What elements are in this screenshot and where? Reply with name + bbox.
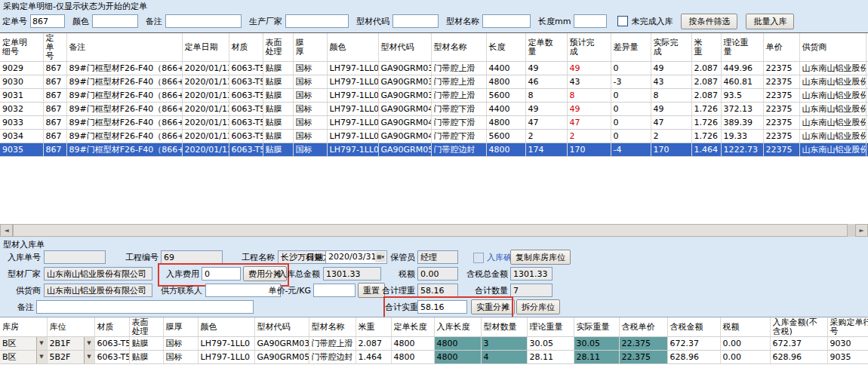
cell: 山东南山铝业股份有限公司 xyxy=(799,89,866,103)
filter-input-1[interactable] xyxy=(92,14,138,28)
tax-input[interactable] xyxy=(417,267,458,281)
keeper-input[interactable] xyxy=(417,250,458,264)
cell: 4400 xyxy=(486,62,525,75)
label-keeper: 保管员 xyxy=(388,252,415,263)
cell: 2020/01/13 xyxy=(182,116,229,130)
column-header: 材质 xyxy=(94,317,129,337)
cell: 46 xyxy=(525,75,567,89)
scroll-left-button[interactable]: ◄ xyxy=(0,224,13,237)
filter-input-2[interactable] xyxy=(165,14,242,28)
cell: GA90GRM05 xyxy=(378,143,431,157)
supplier-input[interactable] xyxy=(44,284,152,297)
dropdown-arrow-icon[interactable]: ▼ xyxy=(84,337,94,350)
total-qty-input[interactable] xyxy=(510,284,553,297)
table-row[interactable]: 903486789#门框型材F26-F40（866+867）2020/01/13… xyxy=(0,130,868,143)
cell: LH797-1LL0 xyxy=(198,337,254,351)
cell: 47 xyxy=(651,116,691,130)
cell: 628.96 xyxy=(667,351,720,364)
cell: 170 xyxy=(651,143,691,157)
column-header: 理论重 量 xyxy=(721,33,763,62)
date-picker[interactable]: 2020/03/31 ▦▾ xyxy=(325,250,387,264)
cell: 4800 xyxy=(391,351,434,364)
dropdown-arrow-icon[interactable]: ▼ xyxy=(36,351,47,363)
table-row[interactable]: 903386789#门框型材F26-F40（866+867）2020/01/13… xyxy=(0,116,868,130)
cell: 460.81 xyxy=(721,75,763,89)
table-row[interactable]: B区▼5B2F▼6063-T5贴膜国标LH797-1LL0GA90GRM05门带… xyxy=(0,351,868,364)
cell: 867 xyxy=(43,143,66,157)
column-header: 预计完 成 xyxy=(567,33,611,62)
cell: 867 xyxy=(43,130,66,143)
cell: 2 xyxy=(525,130,567,143)
app-window: 采购定单明细-仅显示状态为开始的定单 定单号颜色备注生产厂家型材代码型材名称长度… xyxy=(0,0,868,371)
cell: 4800 xyxy=(486,143,525,157)
cell: 170 xyxy=(567,143,611,157)
calendar-dropdown-icon[interactable]: ▦▾ xyxy=(375,252,386,262)
ruku-no-input[interactable] xyxy=(44,250,106,264)
filter-label-2: 备注 xyxy=(146,16,162,27)
unfinished-checkbox[interactable]: 未完成入库 xyxy=(617,16,673,27)
label-remark: 备注 xyxy=(12,302,34,313)
dropdown-arrow-icon[interactable]: ▼ xyxy=(36,337,47,350)
filter-input-0[interactable] xyxy=(30,14,65,28)
column-header: 实际重量 xyxy=(574,317,619,337)
table-row[interactable]: 903286789#门框型材F26-F40（866+867）2020/01/13… xyxy=(0,103,868,116)
cell: 国标 xyxy=(293,103,327,116)
cell: 门带腔下滑 xyxy=(431,130,486,143)
combo-value: B区 xyxy=(0,351,19,363)
cell: 47 xyxy=(525,116,567,130)
total-actual-input[interactable] xyxy=(417,300,467,314)
split-location-button[interactable]: 拆分库位 xyxy=(516,299,560,314)
cell: 2.087 xyxy=(691,89,721,103)
cell: LH797-1LL0 xyxy=(327,130,378,143)
table-row[interactable]: 903086789#门框型材F26-F40（866+867）2020/01/13… xyxy=(0,75,868,89)
table-row[interactable]: 903586789#门框型材F26-F40（866+867）2020/01/13… xyxy=(0,143,868,157)
proj-no-input[interactable] xyxy=(161,250,223,264)
label-date: 日期 xyxy=(300,252,323,263)
cell: 9035 xyxy=(827,351,868,364)
dropdown-arrow-icon[interactable]: ▼ xyxy=(84,351,94,363)
copy-warehouse-location-button[interactable]: 复制库房库位 xyxy=(510,250,571,265)
vendor-input[interactable] xyxy=(44,267,152,281)
cell: 门带腔上滑 xyxy=(431,89,486,103)
total-with-tax-input[interactable] xyxy=(510,267,553,281)
table-row[interactable]: 903186789#门框型材F26-F40（866+867）2020/01/13… xyxy=(0,89,868,103)
combo-cell[interactable]: 2B1F▼ xyxy=(47,337,94,351)
label-contact: 供方联系人 xyxy=(157,285,202,296)
combo-cell[interactable]: B区▼ xyxy=(0,351,47,364)
scrollbar-thumb[interactable] xyxy=(13,224,848,237)
cell: 贴膜 xyxy=(263,103,293,116)
column-header: 型材名称 xyxy=(431,33,486,62)
column-header: 供货商 xyxy=(799,33,866,62)
batch-inbound-button[interactable]: 批量入库 xyxy=(746,14,794,29)
fee-input[interactable] xyxy=(202,267,241,281)
actual-weight-allocate-button[interactable]: 实重分摊 xyxy=(471,299,515,314)
column-header: 颜色 xyxy=(198,317,254,337)
column-header: 实际完 成 xyxy=(651,33,691,62)
remark-input[interactable] xyxy=(36,300,254,314)
cell: 6063-T5 xyxy=(229,143,263,157)
cell: 30.05 xyxy=(574,337,619,351)
table-row[interactable]: B区▼2B1F▼6063-T5贴膜国标LH797-1LL0GA90GRM03门带… xyxy=(0,337,868,351)
combo-cell[interactable]: 5B2F▼ xyxy=(47,351,94,364)
cell: 2 xyxy=(651,130,691,143)
table-row[interactable]: 902986789#门框型材F26-F40（866+867）2020/01/13… xyxy=(0,62,868,75)
filter-by-condition-button[interactable]: 按条件筛选 xyxy=(681,14,737,29)
column-header: 备注 xyxy=(66,33,182,62)
unit-price-input[interactable] xyxy=(313,284,356,297)
filter-input-3[interactable] xyxy=(285,14,349,28)
cell: 22375 xyxy=(763,75,799,89)
cell: 47 xyxy=(567,116,611,130)
horizontal-scrollbar[interactable]: ◄ ► xyxy=(0,224,868,237)
cell: 49 xyxy=(651,62,691,75)
cell: 867 xyxy=(43,75,66,89)
column-header: 膜 厚 xyxy=(293,33,327,62)
cell: 2020/01/13 xyxy=(182,75,229,89)
scroll-right-button[interactable]: ► xyxy=(855,224,868,237)
cell: 174 xyxy=(525,143,567,157)
combo-cell[interactable]: B区▼ xyxy=(0,337,47,351)
total-amount-input[interactable] xyxy=(323,267,381,281)
filter-input-4[interactable] xyxy=(392,14,439,28)
filter-input-6[interactable] xyxy=(574,14,607,28)
filter-input-5[interactable] xyxy=(482,14,531,28)
total-theory-input[interactable] xyxy=(417,284,458,297)
